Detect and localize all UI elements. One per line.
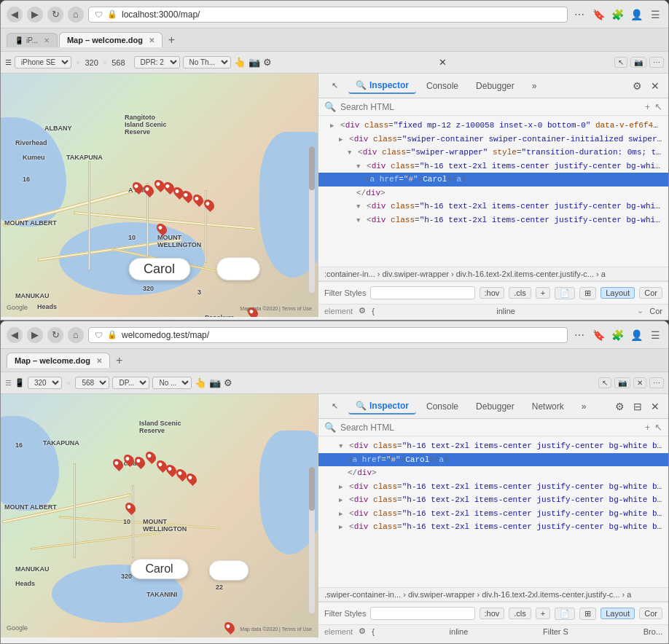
html-line-1-3[interactable]: ▼ <div class="swiper-wrapper" style="tra… [318,146,668,160]
forward-button-1[interactable]: ▶ [27,7,43,23]
pick-element-btn-1[interactable]: ↖ [654,101,662,112]
devtools-debugger-tab-1[interactable]: Debugger [469,79,522,93]
reload-button-2[interactable]: ↻ [47,327,63,343]
device-select-1[interactable]: iPhone SE [15,56,71,68]
devtools-close-2[interactable]: ✕ [648,399,662,414]
html-search-input-1[interactable] [340,102,641,112]
map-pin-2-4[interactable] [144,449,158,464]
settings-icon-2[interactable]: ⚙ [224,377,232,388]
tab-map-2[interactable]: Map – welcome.dog ✕ [7,353,110,368]
tab-add-button-2[interactable]: + [112,354,127,367]
html-line-2-7[interactable]: ▶ <div class="h-16 text-2xl items-center… [318,520,668,534]
width-value-1[interactable]: 320 [85,58,98,67]
html-line-2-3[interactable]: </div> [318,466,668,480]
devtools-network-tab-2[interactable]: Network [525,399,571,414]
cls-btn-2[interactable]: .cls [509,608,531,619]
element-settings-icon-2[interactable]: ⚙ [359,627,366,636]
devtools-inspector-tab-1[interactable]: 🔍 Inspector [348,78,416,94]
more-btn-2[interactable]: ⋯ [649,377,664,388]
filter-input-2[interactable] [370,607,474,620]
devtools-more-2[interactable]: » [574,399,594,414]
cor-btn-1[interactable]: Cor [639,287,662,299]
dpr-select-1[interactable]: DPR: 2 [134,56,180,68]
html-line-2-1[interactable]: ▼ <div class="h-16 text-2xl items-center… [318,439,668,453]
touch-icon-2[interactable]: 👆 [195,377,206,388]
screenshot-btn-1[interactable]: 📷 [630,57,646,68]
extensions-icon-1[interactable]: 🧩 [610,7,625,22]
home-button-1[interactable]: ⌂ [68,7,84,23]
devtools-console-tab-2[interactable]: Console [419,399,466,414]
tab-add-button-1[interactable]: + [164,34,179,47]
extensions-icon-2[interactable]: 🧩 [610,328,625,342]
hamburger-icon-1[interactable]: ☰ [648,7,662,22]
tab-iphone-1[interactable]: 📱 iP... ✕ [7,33,58,47]
html-line-1-5[interactable]: <a href="#">Carol</a> [318,173,668,186]
tab-close-map-2[interactable]: ✕ [96,357,102,365]
devtools-close-1[interactable]: ✕ [648,79,662,93]
add-node-btn-1[interactable]: + [645,102,650,112]
dpr-select-2[interactable]: DP... [112,377,149,389]
table-btn-1[interactable]: ⊞ [579,287,596,299]
table-btn-2[interactable]: ⊞ [579,608,596,620]
back-button-2[interactable]: ◀ [7,327,23,343]
reload-button-1[interactable]: ↻ [47,7,63,23]
map-pin-2-10[interactable] [222,620,237,635]
height-select-2[interactable]: 568 [75,377,109,389]
map-area-1[interactable]: ALBANY RangitotoIsland ScenicReserve Riv… [1,74,318,317]
html-tree-1[interactable]: ▶ <div class="fixed mp-12 z-100058 inset… [318,116,668,267]
throttle-select-2[interactable]: No ... [152,377,192,389]
menu-icon-2[interactable]: ⋯ [572,328,587,342]
html-line-1-8[interactable]: ▼ <div class="h-16 text-2xl items-center… [318,213,668,227]
inspect-button-2[interactable]: ↖ [598,377,611,388]
layout-btn-2[interactable]: Layout [600,608,635,619]
address-bar-2[interactable]: 🛡 🔒 welcomedog.test/map/ [88,327,568,343]
close-btn-2[interactable]: ✕ [633,377,646,388]
devtools-settings-2[interactable]: ⚙ [612,399,627,414]
html-line-1-7[interactable]: ▼ <div class="h-16 text-2xl items-center… [318,200,668,213]
device-select-2[interactable]: 320 [28,377,62,389]
html-tree-2[interactable]: ▼ <div class="h-16 text-2xl items-center… [318,436,668,587]
layout-btn-1[interactable]: Layout [600,287,635,299]
pick-element-btn-2[interactable]: ↖ [654,422,662,433]
profile-icon-1[interactable]: 👤 [629,7,643,22]
close-toolbar-1[interactable]: ✕ [439,57,447,68]
html-line-2-6[interactable]: ▶ <div class="h-16 text-2xl items-center… [318,507,668,521]
cor-btn-2[interactable]: Cor [639,608,662,619]
plus-btn-2[interactable]: + [536,608,550,619]
devtools-more-1[interactable]: » [525,79,544,93]
html-line-2-5[interactable]: ▶ <div class="h-16 text-2xl items-center… [318,493,668,507]
menu-icon-1[interactable]: ⋯ [572,7,587,22]
screenshot-icon[interactable]: 📷 [249,57,260,68]
html-line-1-2[interactable]: ▶ <div class="swiper-container swiper-co… [318,133,668,146]
device-toggle-icon[interactable]: ☰ [5,58,12,66]
devtools-console-tab-1[interactable]: Console [419,79,466,93]
hov-btn-1[interactable]: :hov [480,287,505,299]
touch-icon[interactable]: 👆 [234,57,246,68]
screenshot-btn-2[interactable]: 📷 [614,377,630,388]
map-pin-2-9[interactable] [123,500,138,515]
map-area-2[interactable]: Island ScenicReserve TAKAPUNA A cklan 16… [1,394,318,637]
screenshot-icon-2[interactable]: 📷 [209,377,221,388]
devtools-options-1[interactable]: ⋯ [649,57,664,68]
hov-btn-2[interactable]: :hov [480,608,505,619]
html-line-1-1[interactable]: ▶ <div class="fixed mp-12 z-100058 inset… [318,119,668,133]
tab-close-map-1[interactable]: ✕ [149,36,154,44]
devtools-inspector-tab-2[interactable]: 🔍 Inspector [348,398,416,415]
html-search-input-2[interactable] [340,423,641,433]
file-btn-2[interactable]: 📄 [555,608,575,620]
filter-input-1[interactable] [370,286,474,299]
hamburger-icon-2[interactable]: ☰ [648,328,662,342]
inspect-button-1[interactable]: ↖ [614,57,627,68]
devtools-settings-1[interactable]: ⚙ [630,79,645,93]
html-line-2-2[interactable]: <a href="#">Carol</a> [318,453,668,467]
address-bar-1[interactable]: 🛡 🔒 localhost:3000/map/ [88,7,568,23]
height-value-1[interactable]: 568 [112,58,125,67]
settings-icon-1[interactable]: ⚙ [263,57,272,68]
throttle-select-1[interactable]: No Th... [183,56,231,68]
devtools-inspect-tab-2[interactable]: ↖ [324,399,345,413]
devtools-inspect-tab-1[interactable]: ↖ [324,79,345,93]
devtools-newwindow-2[interactable]: ⊟ [630,399,645,414]
bookmark-icon-1[interactable]: 🔖 [591,7,606,22]
home-button-2[interactable]: ⌂ [68,327,84,343]
html-line-2-4[interactable]: ▶ <div class="h-16 text-2xl items-center… [318,480,668,494]
